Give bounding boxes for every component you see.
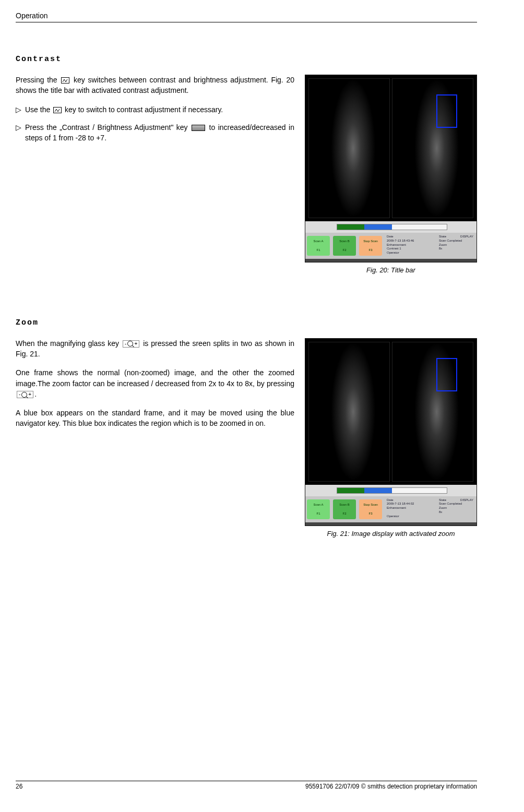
contrast-mode-icon <box>53 107 62 113</box>
contrast-row: Pressing the key switches between contra… <box>16 75 477 276</box>
stop-scan-button[interactable]: Stop ScanF3 <box>359 236 382 256</box>
right-pane <box>392 342 473 482</box>
left-pane <box>308 342 390 482</box>
title-bar <box>305 221 477 233</box>
right-pane <box>392 78 473 218</box>
stop-scan-button[interactable]: Stop ScanF3 <box>359 499 382 519</box>
zoom-p3: A blue box appears on the standard frame… <box>16 408 294 429</box>
zoom-reticle <box>436 94 457 128</box>
scan-a-button[interactable]: Scan AF1 <box>307 499 330 519</box>
scan-b-button[interactable]: Scan BF2 <box>333 499 356 519</box>
contrast-p1: Pressing the key switches between contra… <box>16 75 294 96</box>
scan-b-button[interactable]: Scan BF2 <box>333 236 356 256</box>
contrast-text-col: Pressing the key switches between contra… <box>16 75 294 150</box>
contrast-mode-icon <box>61 77 69 83</box>
page-footer: 26 95591706 22/07/09 © smiths detection … <box>16 781 477 791</box>
zoom-key-icon: -+ <box>123 340 139 348</box>
adjust-bar-icon <box>192 125 205 131</box>
page-number: 26 <box>16 782 22 791</box>
screenshot-fig20: Scan AF1 Scan BF2 Stop ScanF3 Date 2009-… <box>305 75 477 262</box>
bullet-1: ▷ Use the key to switch to contrast adju… <box>16 104 294 115</box>
bullet-mark: ▷ <box>16 104 25 115</box>
contrast-figure-col: Scan AF1 Scan BF2 Stop ScanF3 Date 2009-… <box>305 75 477 276</box>
zoom-p2: One frame shows the normal (non-zoomed) … <box>16 367 294 399</box>
chapter-title: Operation <box>16 11 47 20</box>
bullet-2: ▷ Press the „Contrast / Brightness Adjus… <box>16 122 294 144</box>
zoom-key-icon: -+ <box>17 391 33 398</box>
bullet-mark: ▷ <box>16 122 25 144</box>
fig20-caption: Fig. 20: Title bar <box>305 266 477 276</box>
section-title-zoom: Zoom <box>16 317 477 329</box>
screenshot-fig21: Scan AF1 Scan BF2 Stop ScanF3 Date 2009-… <box>305 338 477 526</box>
zoom-figure-col: Scan AF1 Scan BF2 Stop ScanF3 Date 2009-… <box>305 338 477 539</box>
zoom-p1: When the magnifying glass key -+ is pres… <box>16 338 294 360</box>
zoom-row: When the magnifying glass key -+ is pres… <box>16 338 477 539</box>
footer-right: 95591706 22/07/09 © smiths detection pro… <box>305 782 477 791</box>
zoom-reticle <box>436 358 457 391</box>
section-title-contrast: Contrast <box>16 54 477 65</box>
page-header: Operation <box>16 10 477 22</box>
left-pane <box>308 78 390 218</box>
zoom-text-col: When the magnifying glass key -+ is pres… <box>16 338 294 437</box>
title-bar <box>305 485 477 496</box>
fig21-caption: Fig. 21: Image display with activated zo… <box>305 529 477 539</box>
scan-a-button[interactable]: Scan AF1 <box>307 236 330 256</box>
